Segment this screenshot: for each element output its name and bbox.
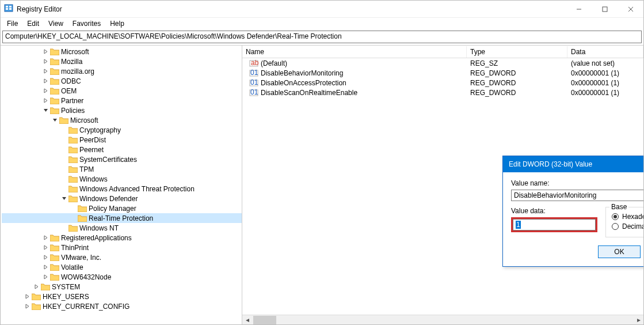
tree-item[interactable]: Windows Advanced Threat Protection [2, 184, 242, 194]
tree-item[interactable]: Policies [2, 105, 242, 115]
tree-item-label: ThinPrint [61, 244, 89, 252]
col-header-name[interactable]: Name [242, 46, 467, 58]
expand-icon[interactable] [41, 49, 50, 54]
tree-item[interactable]: Peernet [2, 145, 242, 154]
tree-item[interactable]: Mozilla [2, 56, 242, 66]
col-header-type[interactable]: Type [467, 46, 567, 58]
tree-item[interactable]: Volatile [2, 262, 242, 272]
folder-icon [68, 165, 78, 174]
horizontal-scrollbar[interactable]: ◂ ▸ [242, 315, 643, 324]
value-name: DisableBehaviorMonitoring [261, 69, 343, 77]
expand-icon[interactable] [22, 304, 32, 309]
tree-item[interactable]: Cryptography [2, 125, 242, 135]
collapse-icon[interactable] [59, 196, 68, 201]
folder-icon [78, 204, 87, 213]
tree-item[interactable]: Microsoft [2, 115, 242, 125]
tree-item-label: Windows Defender [79, 195, 138, 203]
radio-hexadecimal[interactable]: Hexadecimal [612, 213, 643, 221]
svg-text:011: 011 [250, 88, 258, 96]
tree-item[interactable]: mozilla.org [2, 66, 242, 76]
tree-pane[interactable]: MicrosoftMozillamozilla.orgODBCOEMPartne… [1, 46, 242, 324]
ok-button[interactable]: OK [598, 245, 641, 258]
expand-icon[interactable] [41, 274, 50, 279]
folder-icon [78, 214, 87, 223]
value-name-input[interactable] [511, 190, 643, 201]
expand-icon[interactable] [41, 78, 50, 84]
expand-icon[interactable] [41, 255, 50, 260]
value-name: DisableScanOnRealtimeEnable [261, 89, 357, 97]
expand-icon[interactable] [41, 264, 50, 270]
tree-item[interactable]: HKEY_USERS [2, 292, 242, 301]
expand-icon[interactable] [41, 235, 50, 240]
edit-dword-dialog: Edit DWORD (32-bit) Value Value name: Va… [502, 156, 643, 267]
value-type: REG_DWORD [467, 87, 567, 99]
value-name-label: Value name: [511, 179, 643, 187]
tree-item[interactable]: RegisteredApplications [2, 233, 242, 243]
folder-icon [68, 224, 78, 233]
menu-view[interactable]: View [44, 19, 67, 28]
expand-icon[interactable] [32, 284, 41, 289]
tree-item-label: Partner [61, 97, 83, 105]
tree-item[interactable]: SystemCertificates [2, 154, 242, 164]
base-fieldset: Base Hexadecimal Decimal [605, 207, 643, 237]
address-bar[interactable]: Computer\HKEY_LOCAL_MACHINE\SOFTWARE\Pol… [2, 31, 642, 43]
value-data-input[interactable]: 1 [513, 219, 596, 230]
tree-item[interactable]: SYSTEM [2, 282, 242, 292]
svg-rect-2 [6, 8, 8, 10]
tree-item[interactable]: Microsoft [2, 47, 242, 56]
scroll-thumb[interactable] [253, 316, 276, 324]
expand-icon[interactable] [41, 98, 50, 103]
registry-editor-window: Registry Editor File Edit View Favorites… [0, 0, 644, 325]
tree-item[interactable]: Real-Time Protection [2, 213, 242, 223]
menu-file[interactable]: File [3, 19, 22, 28]
expand-icon[interactable] [41, 59, 50, 64]
collapse-icon[interactable] [50, 118, 59, 123]
tree-item[interactable]: OEM [2, 86, 242, 96]
folder-icon [32, 292, 41, 301]
scroll-left-icon[interactable]: ◂ [242, 315, 252, 325]
tree-item[interactable]: ThinPrint [2, 243, 242, 252]
col-header-data[interactable]: Data [567, 46, 643, 58]
tree-item[interactable]: TPM [2, 164, 242, 174]
tree-item-label: Peernet [79, 146, 104, 154]
tree-item[interactable]: ODBC [2, 76, 242, 86]
menu-help[interactable]: Help [106, 19, 128, 28]
list-pane[interactable]: Name Type Data ab(Default)REG_SZ(value n… [242, 46, 643, 324]
titlebar: Registry Editor [1, 1, 643, 18]
tree-item[interactable]: Windows [2, 174, 242, 184]
expand-icon[interactable] [41, 69, 50, 74]
folder-icon [68, 126, 78, 135]
tree-item[interactable]: WOW6432Node [2, 272, 242, 282]
radio-decimal[interactable]: Decimal [612, 222, 643, 230]
radio-icon [612, 213, 619, 220]
list-row[interactable]: 011DisableScanOnRealtimeEnableREG_DWORD0… [242, 88, 643, 97]
tree-item[interactable]: Policy Manager [2, 203, 242, 213]
expand-icon[interactable] [41, 245, 50, 250]
expand-icon[interactable] [22, 294, 32, 299]
close-button[interactable] [618, 1, 643, 17]
dialog-titlebar[interactable]: Edit DWORD (32-bit) Value [503, 156, 643, 172]
menubar: File Edit View Favorites Help [1, 18, 643, 29]
tree-item-label: Microsoft [70, 116, 98, 124]
folder-icon [50, 106, 59, 115]
tree-item[interactable]: VMware, Inc. [2, 252, 242, 262]
maximize-button[interactable] [592, 1, 618, 17]
scroll-right-icon[interactable]: ▸ [634, 315, 643, 325]
collapse-icon[interactable] [41, 108, 50, 113]
minimize-button[interactable] [566, 1, 592, 17]
expand-icon[interactable] [41, 88, 50, 93]
tree-item-label: Policy Manager [89, 205, 136, 213]
tree-item[interactable]: Windows Defender [2, 194, 242, 203]
tree-item[interactable]: Partner [2, 96, 242, 105]
folder-icon [68, 155, 78, 164]
tree-item-label: Policies [61, 107, 85, 115]
folder-icon [41, 282, 50, 292]
value-name: DisableOnAccessProtection [261, 79, 346, 87]
tree-item[interactable]: Windows NT [2, 223, 242, 233]
menu-edit[interactable]: Edit [23, 19, 43, 28]
tree-item-label: RegisteredApplications [61, 234, 132, 242]
menu-favorites[interactable]: Favorites [68, 19, 105, 28]
tree-item[interactable]: PeerDist [2, 135, 242, 145]
folder-icon [50, 233, 59, 243]
tree-item[interactable]: HKEY_CURRENT_CONFIG [2, 301, 242, 311]
